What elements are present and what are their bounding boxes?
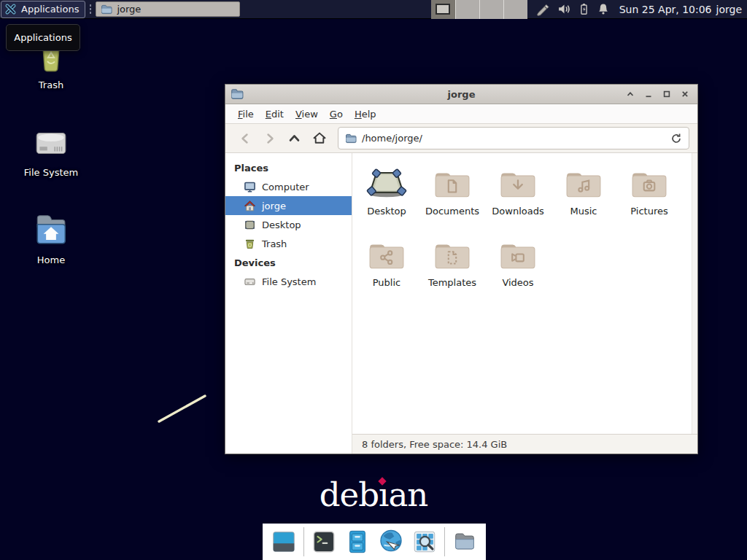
home-button[interactable] (308, 128, 330, 149)
file-item-documents[interactable]: Documents (419, 163, 485, 234)
sidebar-item-desktop[interactable]: Desktop (225, 215, 352, 234)
workspace-1[interactable] (431, 0, 455, 19)
workspace-4[interactable] (503, 0, 527, 19)
sidebar-item-trash[interactable]: Trash (225, 234, 352, 253)
file-label: Desktop (367, 206, 406, 217)
file-label: Music (570, 206, 597, 217)
volume-icon[interactable] (557, 2, 571, 16)
folder-launcher[interactable] (451, 528, 479, 556)
vertical-scrollbar[interactable] (692, 153, 697, 434)
reload-icon[interactable] (670, 133, 682, 144)
panel-username[interactable]: jorge (716, 4, 742, 15)
trash-icon (244, 238, 256, 250)
debian-logo-text: an (388, 475, 427, 514)
workspace-2[interactable] (455, 0, 479, 19)
application-finder-launcher[interactable] (411, 528, 438, 556)
file-cabinet-icon (344, 529, 371, 555)
sidebar-item-label: Trash (262, 238, 287, 249)
desktop-icon (244, 219, 256, 231)
panel-clock[interactable]: Sun 25 Apr, 10:06 (619, 4, 712, 15)
file-item-templates[interactable]: Templates (419, 234, 485, 306)
desktop-icon-file-system[interactable]: File System (16, 122, 86, 178)
window-titlebar[interactable]: jorge (225, 85, 697, 104)
file-manager-launcher[interactable] (344, 528, 371, 556)
folder-icon (345, 133, 357, 144)
terminal-icon (311, 529, 337, 555)
sidebar-item-file-system[interactable]: File System (225, 272, 352, 291)
status-text: 8 folders, Free space: 14.4 GiB (362, 439, 507, 450)
file-label: Downloads (492, 206, 543, 217)
workspace-3[interactable] (479, 0, 503, 19)
toolbar: /home/jorge/ (225, 124, 697, 153)
sidebar-places-header: Places (225, 158, 352, 177)
file-item-pictures[interactable]: Pictures (616, 163, 682, 234)
terminal-launcher[interactable] (310, 528, 338, 556)
stylus-input-icon[interactable] (536, 2, 551, 17)
file-item-music[interactable]: Music (551, 163, 616, 234)
menu-go[interactable]: Go (324, 106, 349, 122)
file-item-videos[interactable]: Videos (485, 234, 551, 306)
file-label: Videos (502, 277, 533, 288)
menu-bar: File Edit View Go Help (225, 104, 697, 124)
hard-drive-icon (244, 276, 256, 288)
sidebar-item-jorge[interactable]: jorge (225, 196, 352, 215)
app-finder-icon (411, 529, 438, 555)
menu-view[interactable]: View (290, 106, 324, 122)
file-label: Pictures (630, 206, 667, 217)
show-desktop-button[interactable] (270, 528, 298, 556)
mouse-pointer-trail (155, 391, 210, 426)
taskbar-grip-handle[interactable] (89, 4, 92, 15)
user-home-icon (244, 200, 256, 212)
minimize-icon[interactable] (643, 89, 654, 99)
forward-button[interactable] (258, 128, 281, 149)
file-item-public[interactable]: Public (354, 234, 419, 306)
home-folder-icon (16, 210, 86, 248)
maximize-icon[interactable] (662, 89, 672, 99)
location-path[interactable]: /home/jorge/ (362, 133, 422, 144)
sidebar-item-computer[interactable]: Computer (225, 177, 352, 196)
file-item-desktop[interactable]: Desktop (354, 163, 419, 234)
sidebar-item-label: jorge (262, 201, 286, 211)
file-icon-view[interactable]: Desktop Documents (352, 153, 697, 434)
status-bar: 8 folders, Free space: 14.4 GiB (352, 434, 697, 454)
hard-drive-icon (16, 122, 86, 160)
templates-folder-icon (434, 234, 471, 271)
menu-help[interactable]: Help (349, 106, 382, 122)
folder-icon (101, 4, 112, 15)
tooltip-text: Applications (14, 32, 71, 43)
menu-edit[interactable]: Edit (260, 106, 290, 122)
shade-icon[interactable] (625, 89, 635, 99)
documents-folder-icon (434, 163, 471, 199)
location-bar[interactable]: /home/jorge/ (338, 127, 689, 149)
file-item-downloads[interactable]: Downloads (485, 163, 551, 234)
notification-bell-icon[interactable] (597, 2, 610, 16)
taskbar-window-button[interactable]: jorge (96, 1, 240, 17)
places-sidebar: Places Computer (225, 153, 352, 454)
desktop-icon-label: File System (16, 167, 86, 178)
applications-menu-button[interactable]: Applications (1, 1, 85, 18)
xfce-applications-menu-icon (4, 2, 18, 16)
workspace-switcher[interactable] (431, 0, 527, 19)
downloads-folder-icon (500, 163, 536, 199)
file-manager-window: jorge File Edit View Go Help (225, 84, 698, 454)
web-browser-launcher[interactable] (377, 528, 405, 556)
music-folder-icon (565, 163, 602, 199)
file-label: Documents (425, 206, 479, 217)
applications-tooltip: Applications (6, 24, 80, 51)
taskbar-window-label: jorge (117, 4, 141, 15)
back-button[interactable] (233, 128, 256, 149)
globe-browser-icon (377, 528, 405, 556)
desktop-icon-label: Trash (16, 79, 86, 90)
close-icon[interactable] (680, 89, 690, 99)
folder-icon (452, 529, 478, 555)
desktop-icon-label: Home (16, 254, 86, 265)
up-button[interactable] (283, 128, 306, 149)
sidebar-devices-header: Devices (225, 253, 352, 272)
workspace-window-thumbnail (436, 4, 450, 15)
menu-file[interactable]: File (232, 106, 260, 122)
debian-logo: debıan (0, 478, 747, 511)
top-panel: Applications jorge (0, 0, 747, 19)
sidebar-item-label: Desktop (262, 219, 301, 230)
desktop-icon-home[interactable]: Home (16, 210, 86, 265)
battery-charging-icon[interactable] (578, 2, 590, 16)
